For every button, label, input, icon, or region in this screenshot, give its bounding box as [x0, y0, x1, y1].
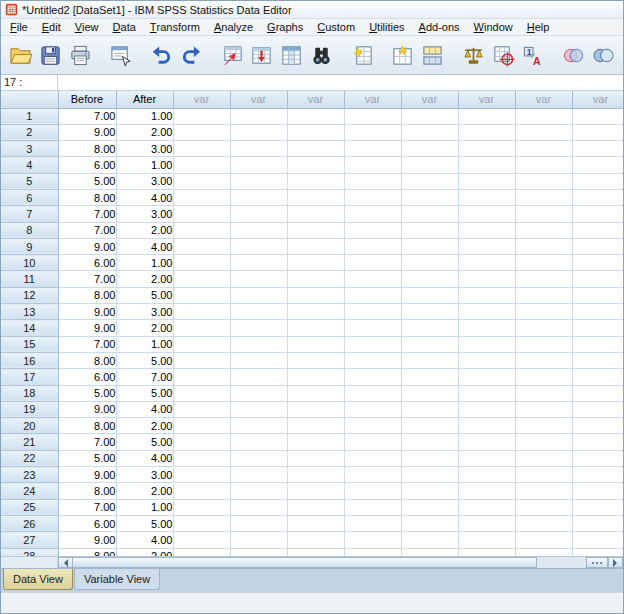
select-cases-icon[interactable]: [489, 41, 517, 69]
cell-var-empty[interactable]: [344, 238, 401, 254]
cell-after[interactable]: 4.00: [116, 189, 173, 205]
cell-var-empty[interactable]: [173, 124, 230, 140]
row-header[interactable]: 14: [1, 320, 58, 336]
cell-after[interactable]: 5.00: [116, 515, 173, 531]
cell-var-empty[interactable]: [458, 401, 515, 417]
cell-var-empty[interactable]: [458, 222, 515, 238]
undo-icon[interactable]: [148, 41, 176, 69]
cell-var-empty[interactable]: [230, 189, 287, 205]
cell-after[interactable]: 3.00: [116, 173, 173, 189]
cell-var-empty[interactable]: [344, 401, 401, 417]
cell-var-empty[interactable]: [515, 336, 572, 352]
cell-var-empty[interactable]: [458, 255, 515, 271]
cell-var-empty[interactable]: [401, 222, 458, 238]
cell-after[interactable]: 2.00: [116, 548, 173, 556]
cell-var-empty[interactable]: [401, 369, 458, 385]
cell-before[interactable]: 6.00: [58, 515, 116, 531]
cell-var-empty[interactable]: [515, 304, 572, 320]
cell-var-empty[interactable]: [230, 287, 287, 303]
cell-var-empty[interactable]: [173, 434, 230, 450]
cell-var-empty[interactable]: [572, 418, 623, 434]
cell-after[interactable]: 4.00: [116, 532, 173, 548]
cell-after[interactable]: 3.00: [116, 206, 173, 222]
cell-var-empty[interactable]: [572, 385, 623, 401]
cell-var-empty[interactable]: [344, 255, 401, 271]
cell-var-empty[interactable]: [173, 385, 230, 401]
cell-var-empty[interactable]: [230, 108, 287, 124]
cell-var-empty[interactable]: [173, 548, 230, 556]
cell-var-empty[interactable]: [230, 255, 287, 271]
cell-var-empty[interactable]: [401, 108, 458, 124]
cell-after[interactable]: 1.00: [116, 336, 173, 352]
cell-var-empty[interactable]: [515, 287, 572, 303]
cell-before[interactable]: 5.00: [58, 173, 116, 189]
cell-var-empty[interactable]: [401, 304, 458, 320]
cell-var-empty[interactable]: [230, 141, 287, 157]
cell-var-empty[interactable]: [458, 320, 515, 336]
cell-var-empty[interactable]: [173, 515, 230, 531]
cell-var-empty[interactable]: [344, 320, 401, 336]
cell-var-empty[interactable]: [515, 401, 572, 417]
scroll-left-arrow[interactable]: [58, 557, 73, 568]
cell-after[interactable]: 2.00: [116, 222, 173, 238]
cell-var-empty[interactable]: [344, 304, 401, 320]
cell-before[interactable]: 9.00: [58, 320, 116, 336]
cell-after[interactable]: 2.00: [116, 320, 173, 336]
cell-var-empty[interactable]: [230, 418, 287, 434]
cell-var-empty[interactable]: [401, 271, 458, 287]
cell-var-empty[interactable]: [287, 173, 344, 189]
cell-var-empty[interactable]: [515, 320, 572, 336]
cell-var-empty[interactable]: [287, 206, 344, 222]
cell-after[interactable]: 5.00: [116, 287, 173, 303]
cell-before[interactable]: 7.00: [58, 434, 116, 450]
value-labels-icon[interactable]: 1A: [519, 41, 547, 69]
row-header[interactable]: 23: [1, 467, 58, 483]
cell-var-empty[interactable]: [173, 499, 230, 515]
column-header-var[interactable]: var: [572, 91, 623, 108]
cell-var-empty[interactable]: [401, 173, 458, 189]
cell-var-empty[interactable]: [287, 141, 344, 157]
horizontal-scrollbar[interactable]: [1, 556, 623, 568]
pane-splitter-handle[interactable]: [586, 557, 608, 568]
row-header[interactable]: 18: [1, 385, 58, 401]
cell-var-empty[interactable]: [515, 238, 572, 254]
cell-var-empty[interactable]: [401, 532, 458, 548]
cell-var-empty[interactable]: [230, 483, 287, 499]
column-header-var[interactable]: var: [230, 91, 287, 108]
cell-var-empty[interactable]: [344, 450, 401, 466]
cell-var-empty[interactable]: [458, 532, 515, 548]
cell-var-empty[interactable]: [458, 483, 515, 499]
cell-var-empty[interactable]: [230, 238, 287, 254]
cell-var-empty[interactable]: [572, 352, 623, 368]
cell-var-empty[interactable]: [572, 222, 623, 238]
cell-var-empty[interactable]: [401, 287, 458, 303]
variables-icon[interactable]: [278, 41, 306, 69]
cell-after[interactable]: 3.00: [116, 141, 173, 157]
cell-var-empty[interactable]: [287, 304, 344, 320]
cell-var-empty[interactable]: [344, 532, 401, 548]
cell-var-empty[interactable]: [572, 255, 623, 271]
menu-utilities[interactable]: Utilities: [362, 19, 411, 35]
scrollbar-thumb[interactable]: [73, 557, 537, 568]
row-header[interactable]: 27: [1, 532, 58, 548]
cell-var-empty[interactable]: [515, 548, 572, 556]
cell-var-empty[interactable]: [515, 532, 572, 548]
cell-var-empty[interactable]: [458, 352, 515, 368]
menu-edit[interactable]: Edit: [35, 19, 68, 35]
cell-var-empty[interactable]: [515, 124, 572, 140]
cell-editor[interactable]: [58, 75, 623, 90]
cell-var-empty[interactable]: [572, 189, 623, 205]
cell-after[interactable]: 4.00: [116, 401, 173, 417]
cell-var-empty[interactable]: [344, 483, 401, 499]
cell-var-empty[interactable]: [458, 287, 515, 303]
cell-before[interactable]: 7.00: [58, 336, 116, 352]
cell-var-empty[interactable]: [287, 352, 344, 368]
insert-variable-icon[interactable]: [389, 41, 417, 69]
cell-var-empty[interactable]: [287, 450, 344, 466]
row-header[interactable]: 26: [1, 515, 58, 531]
cell-before[interactable]: 7.00: [58, 222, 116, 238]
cell-var-empty[interactable]: [344, 548, 401, 556]
row-header[interactable]: 12: [1, 287, 58, 303]
cell-var-empty[interactable]: [401, 336, 458, 352]
cell-var-empty[interactable]: [572, 287, 623, 303]
